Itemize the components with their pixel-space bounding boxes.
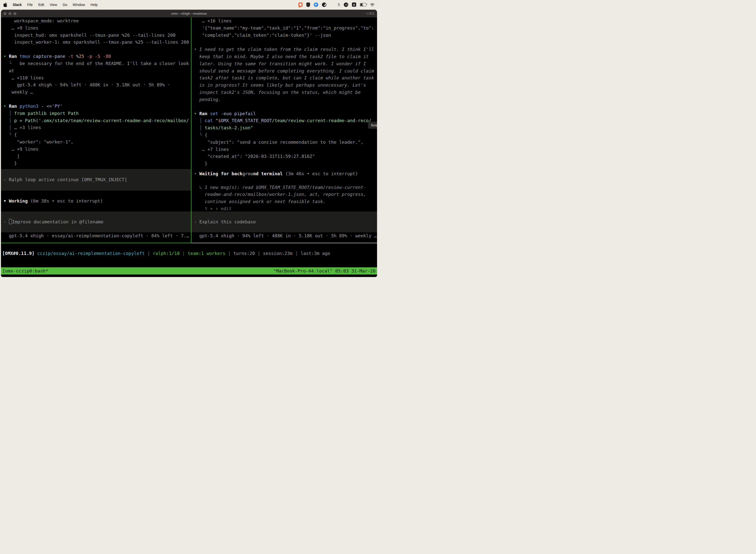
- text-segment: }: [3, 161, 17, 166]
- terminal-line: • Working (6m 38s • esc to interrupt): [3, 198, 191, 205]
- text-segment: p = Path('.omx/state/team/review-current…: [14, 118, 189, 123]
- text-segment: Ran: [9, 104, 17, 109]
- terminal-line: gpt-5.4 xhigh · 94% left · 488K in · 5.1…: [194, 232, 377, 239]
- screen-overlay-tooltip: Scre: [368, 122, 377, 128]
- text-segment: ›: [3, 177, 9, 182]
- count-badge-icon[interactable]: ..61: [344, 2, 348, 7]
- text-segment: Improve documentation in @filename: [12, 219, 104, 224]
- text-segment: pending.: [194, 97, 221, 102]
- text-segment: [218, 111, 221, 116]
- text-segment: •: [3, 104, 9, 109]
- text-segment: }: [194, 161, 207, 166]
- terminal-line: }: [194, 160, 377, 167]
- text-segment: I need to get the claim token from the c…: [199, 47, 374, 52]
- prompt-suggestion-band[interactable]: › Ralph loop active continue [OMX_TMUX_I…: [1, 169, 191, 190]
- terminal-content[interactable]: › Ralph loop active continue [OMX_TMUX_I…: [1, 17, 377, 277]
- prompt-suggestion-band[interactable]: › Explain this codebase: [191, 212, 377, 232]
- text-segment: Ran: [9, 54, 17, 59]
- prompt-line: › Improve documentation in @filename: [1, 218, 104, 226]
- text-segment: |: [255, 251, 263, 256]
- text-segment: workspace_mode: worktree: [3, 18, 79, 23]
- prompt-suggestion-band[interactable]: › Improve documentation in @filename: [1, 212, 191, 232]
- text-segment: •: [194, 171, 199, 176]
- screenshot-app-icon[interactable]: [298, 2, 303, 7]
- text-segment: •: [194, 111, 199, 116]
- text-segment: (3m 46s • esc to interrupt): [283, 171, 358, 176]
- text-segment: [65, 54, 68, 59]
- terminal-line: "subject": "send a concise recommendatio…: [194, 139, 377, 146]
- pane-divider-vertical[interactable]: [191, 17, 191, 243]
- terminal-line: └ be necessary for the end of the README…: [3, 60, 191, 67]
- keyboard-input-icon[interactable]: A: [352, 2, 356, 7]
- text-segment: Working: [9, 198, 28, 204]
- prompt-line: › Explain this codebase: [191, 218, 256, 226]
- terminal-line: │ from pathlib import Path: [3, 110, 191, 117]
- terminal-line: is in progress? It seems likely but perh…: [194, 82, 377, 89]
- text-segment: [84, 54, 87, 59]
- text-segment: [17, 104, 19, 109]
- text-segment: (6m 38s • esc to interrupt): [28, 198, 103, 204]
- menu-item-edit[interactable]: Edit: [38, 3, 44, 7]
- text-segment: ⌥ + ↑ edit: [194, 206, 232, 211]
- text-segment: •: [194, 47, 199, 52]
- tmux-pane-left[interactable]: › Ralph loop active continue [OMX_TMUX_I…: [1, 17, 191, 243]
- terminal-line: • Ran tmux capture-pane -t %25 -p -S -80: [3, 53, 191, 60]
- terminal-line: ↳ 1 new msg(s): read $OMX_TEAM_STATE_ROO…: [194, 184, 377, 191]
- text-segment: cczip/essay/ai-reimplementation-copyleft: [37, 251, 145, 256]
- text-segment: {: [205, 132, 207, 137]
- text-segment: grou: [242, 171, 253, 176]
- text-segment: … +16 lines: [194, 18, 232, 23]
- bolt-badge-icon[interactable]: [314, 2, 318, 7]
- terminal-line: "worker": "worker-1",: [3, 138, 191, 146]
- text-segment: Ralph loop active continue [OMX_TMUX_INJ…: [9, 177, 127, 182]
- text-segment: -80: [103, 54, 111, 59]
- text-segment: ›: [3, 219, 9, 224]
- text-segment: team:1 workers: [188, 251, 226, 256]
- terminal-line: '{"team_name":"my-team","task_id":"1","f…: [194, 24, 377, 32]
- terminal-line: pending.: [194, 96, 377, 103]
- terminal-line: ⌥ + ↑ edit: [194, 205, 377, 213]
- text-segment: [207, 111, 210, 116]
- squiggle-app-icon[interactable]: §: [338, 2, 340, 7]
- menu-app-name[interactable]: Slack: [13, 3, 22, 7]
- terminal-line: │ cat "$OMX_TEAM_STATE_ROOT/team/review-…: [194, 117, 377, 124]
- tmux-status-bar: [omx-cczip0:bash* "MacBook-Pro-44.local"…: [1, 267, 377, 275]
- text-segment: ›: [194, 219, 199, 224]
- text-segment: │: [194, 118, 205, 123]
- menu-item-view[interactable]: View: [50, 3, 57, 7]
- terminal-line: weekly …: [3, 89, 191, 96]
- text-segment: … +110 lines: [3, 75, 44, 80]
- shield-keypad-icon[interactable]: [306, 2, 310, 7]
- tmux-session-label: [omx-cczip0:bash*: [2, 268, 48, 274]
- text-segment: └: [3, 61, 19, 66]
- text-segment: … +3 lines: [14, 125, 41, 130]
- text-segment: ]: [3, 154, 19, 159]
- crescent-app-icon[interactable]: [322, 2, 326, 7]
- text-segment: … +9 lines: [3, 25, 39, 31]
- text-segment: from pathlib import Path: [14, 111, 79, 116]
- text-segment: |: [145, 251, 153, 256]
- text-segment: inspect_worker-1: omx sparkshell --tmux-…: [3, 40, 189, 45]
- terminal-line: inspect task2's JSON, focusing on the st…: [194, 89, 377, 96]
- text-segment: should send a message before completing …: [194, 68, 374, 73]
- battery-charging-icon[interactable]: [360, 3, 366, 6]
- apple-menu-icon[interactable]: [3, 2, 7, 7]
- menu-item-help[interactable]: Help: [90, 3, 98, 7]
- text-segment: Explain this codebase: [199, 219, 256, 224]
- wifi-icon[interactable]: [370, 3, 375, 6]
- dots-grid-icon[interactable]: [330, 3, 334, 7]
- menu-item-file[interactable]: File: [27, 3, 33, 7]
- text-segment: is in progress? It seems likely but perh…: [194, 82, 366, 88]
- terminal-line: task2 after task1 is complete, but can I…: [194, 74, 377, 82]
- menu-item-go[interactable]: Go: [63, 3, 67, 7]
- terminal-line: "completed","claim_token":"claim-token"}…: [194, 32, 377, 39]
- window-title-bar[interactable]: omx --xhigh --madmax ⌥⌘1: [1, 10, 377, 17]
- text-segment: cat: [205, 118, 213, 123]
- tmux-pane-right[interactable]: › Explain this codebase … +16 lines '{"t…: [191, 17, 377, 243]
- terminal-line: workspace_mode: worktree: [3, 17, 191, 24]
- menu-item-window[interactable]: Window: [73, 3, 85, 7]
- text-segment: … +7 lines: [194, 147, 229, 152]
- text-segment: [OMX#0.11.9]: [2, 251, 35, 256]
- text-segment: keep that in mind. Maybe I also need the…: [194, 54, 369, 59]
- text-segment: "created_at": "2026-03-31T11:59:27.816Z": [194, 154, 315, 159]
